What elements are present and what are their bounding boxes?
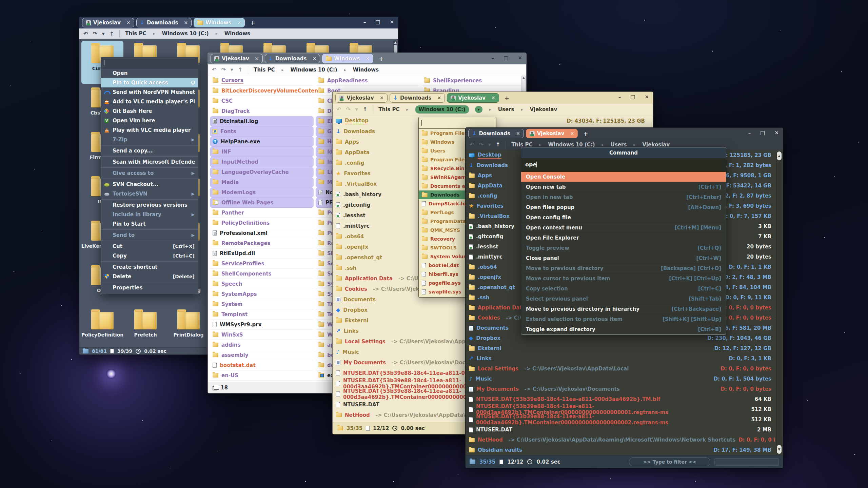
new-tab-button[interactable]: + (379, 56, 383, 62)
breadcrumb-windows-10-c-[interactable]: Windows 10 (C:) (162, 30, 209, 37)
file-row-addins[interactable]: addins (210, 340, 314, 350)
menu-item-cut[interactable]: Cut[Ctrl+X] (101, 242, 198, 251)
nav-back-icon[interactable]: ↶ (83, 30, 88, 37)
palette-item-select-previous-panel[interactable]: Select previous panel[Shift+Tab] (521, 294, 726, 304)
palette-item-close-panel[interactable]: Close panel[Ctrl+W] (521, 253, 726, 263)
close-tab-icon[interactable]: ✕ (516, 131, 520, 136)
tab-vjekoslav[interactable]: Vjekoslav✕ (526, 129, 578, 138)
menu-item-create-shortcut[interactable]: Create shortcut (101, 262, 198, 272)
file-row-assembly[interactable]: assembly (210, 350, 314, 360)
nav-history-icon[interactable]: ▾ (231, 66, 233, 73)
close-button[interactable]: ✕ (774, 130, 779, 136)
nav-forward-icon[interactable]: ↷ (479, 141, 483, 148)
menu-item-send-a-copy-[interactable]: Send a copy... (101, 146, 198, 156)
menu-item-open[interactable]: Open (101, 68, 198, 78)
breadcrumb-this-pc[interactable]: This PC (378, 106, 399, 113)
file-row-nethood[interactable]: NetHood-> C:\Users\Vjekoslav\AppData\Roa… (466, 435, 775, 445)
file-row-policydefinitions[interactable]: PolicyDefinitions (210, 218, 314, 228)
palette-item-move-to-previous-directory[interactable]: Move to previous directory[Backspace] [C… (521, 263, 726, 273)
file-row-ntuser-dat-53b39e88-18c4-11ea-a811-000d3[interactable]: NTUSER.DAT{53b39e88-18c4-11ea-a811-000d3… (466, 394, 775, 404)
close-tab-icon[interactable]: ✕ (126, 20, 131, 25)
tab-vjekoslav[interactable]: Vjekoslav✕ (447, 93, 499, 103)
tab-vjekoslav[interactable]: Vjekoslav✕ (82, 18, 134, 27)
new-tab-button[interactable]: + (505, 95, 509, 102)
file-row-diagtrack[interactable]: DiagTrack (210, 106, 314, 116)
breadcrumb-this-pc[interactable]: This PC (125, 30, 146, 37)
menu-item-give-access-to[interactable]: Give access to▶ (101, 168, 198, 178)
menu-item-open-vim-here[interactable]: Open Vim here (101, 116, 198, 125)
nav-forward-icon[interactable]: ↷ (221, 66, 225, 73)
close-tab-icon[interactable]: ✕ (437, 95, 441, 101)
menu-item-restore-previous-versions[interactable]: Restore previous versions (101, 200, 198, 210)
file-row-wmsyspr9-prx[interactable]: WMSysPr9.prx (210, 320, 314, 330)
close-button[interactable]: ✕ (390, 19, 394, 25)
icon-tile-printdialog[interactable]: PrintDialog (167, 307, 210, 347)
close-tab-icon[interactable]: ✕ (312, 56, 316, 61)
breadcrumb-users[interactable]: Users (498, 106, 514, 113)
palette-item-toggle-expand-directory[interactable]: Toggle expand directory[Ctrl+B] (521, 324, 726, 334)
file-row-music[interactable]: ♪MusicD: 0, F: 1, 504 bytes (466, 374, 775, 384)
nav-up-icon[interactable]: ↑ (238, 66, 242, 73)
breadcrumb-windows-10-c-[interactable]: Windows 10 (C:) (548, 142, 595, 148)
file-row-fonts[interactable]: AFonts (210, 126, 314, 137)
minimize-button[interactable]: – (748, 130, 751, 136)
menu-item-delete[interactable]: Delete[Delete] (101, 272, 198, 281)
file-row-system[interactable]: System (210, 299, 314, 309)
scroll-up-icon[interactable]: ▲ (393, 41, 397, 44)
file-row-shellcomponents[interactable]: ShellComponents (210, 269, 314, 279)
tab-downloads[interactable]: ↓Downloads✕ (265, 54, 320, 63)
close-tab-icon[interactable]: ✕ (255, 56, 259, 61)
file-row-local-settings[interactable]: Local Settings-> C:\Users\Vjekoslav\AppD… (466, 364, 775, 374)
vertical-scrollbar[interactable]: ▲ ▼ (776, 151, 782, 454)
nav-up-icon[interactable]: ↑ (110, 30, 114, 37)
menu-item-git-bash-here[interactable]: Git Bash Here (101, 106, 198, 116)
menu-item-include-in-library[interactable]: Include in library▶ (101, 210, 198, 219)
file-row-eksterni[interactable]: EksterniD: 12, F: 127, 12 GB (466, 343, 775, 353)
menu-item-add-to-vlc-media-player-s-playlist[interactable]: Add to VLC media player's Playlist (101, 97, 198, 106)
palette-item-open-files-popup[interactable]: Open files popup[Alt+Down] (521, 202, 726, 212)
file-row-ntuser-dat-53b39e88-18c4-11ea-a811-000d3[interactable]: NTUSER.DAT{53b39e88-18c4-11ea-a811-000d3… (466, 414, 775, 425)
nav-back-icon[interactable]: ↶ (337, 106, 341, 113)
maximize-button[interactable]: □ (760, 130, 765, 136)
popup-filter-input[interactable] (419, 117, 496, 129)
close-tab-icon[interactable]: ✕ (184, 20, 188, 25)
nav-up-icon[interactable]: ↑ (496, 141, 500, 148)
nav-forward-icon[interactable]: ↷ (346, 106, 350, 113)
maximize-button[interactable]: □ (504, 55, 508, 61)
file-row-winsxs[interactable]: WinSxS (210, 330, 314, 340)
file-row-cursors[interactable]: Cursors (210, 76, 314, 86)
menu-item-scan-with-microsoft-defender-[interactable]: Scan with Microsoft Defender... (101, 157, 198, 167)
close-button[interactable]: ✕ (518, 55, 522, 61)
nav-back-icon[interactable]: ↶ (470, 141, 474, 148)
file-row-professional-xml[interactable]: Professional.xml (210, 228, 314, 238)
tab-vjekoslav[interactable]: Vjekoslav✕ (211, 54, 263, 63)
tab-windows[interactable]: Windows✕ (322, 54, 373, 63)
breadcrumb-windows[interactable]: Windows (353, 67, 379, 73)
file-row-links[interactable]: ↗LinksD: 0, F: 3, 1 KB (466, 353, 775, 364)
status-filter-box[interactable] (714, 458, 779, 466)
type-to-filter-button[interactable]: >> Type to filter << (629, 458, 710, 466)
file-row-dtcinstall-log[interactable]: DtcInstall.log (210, 116, 314, 126)
nav-history-icon[interactable]: ▾ (355, 106, 358, 113)
menu-item-pin-to-start[interactable]: Pin to Start (101, 219, 198, 229)
close-tab-icon[interactable]: ✕ (237, 20, 241, 25)
file-row-my-documents[interactable]: My Documents-> C:\Users\Vjekoslav\Docume… (466, 384, 775, 394)
breadcrumb-windows-10-c-[interactable]: Windows 10 (C:) (291, 67, 337, 73)
file-row-bitlockerdiscoveryvolumecontents[interactable]: BitLockerDiscoveryVolumeContents (210, 86, 314, 96)
palette-item-move-cursor-to-previous-item[interactable]: Move cursor to previous item[Ctrl+K] [Ct… (521, 273, 726, 284)
icon-tile-policydefinitions[interactable]: PolicyDefinitions (81, 307, 123, 347)
tab-downloads[interactable]: ↓Downloads✕ (136, 18, 192, 27)
minimize-button[interactable]: – (363, 19, 366, 25)
minimize-button[interactable]: – (492, 55, 494, 61)
menu-item-properties[interactable]: Properties (101, 283, 198, 292)
palette-item-open-in-new-tab[interactable]: Open in new tab[Ctrl+Enter] (521, 192, 726, 202)
close-tab-icon[interactable]: ✕ (570, 131, 574, 136)
menu-item-svn-checkout-[interactable]: SVN Checkout... (101, 180, 198, 189)
file-row-shellexperiences[interactable]: ShellExperiences (421, 76, 521, 86)
breadcrumb-this-pc[interactable]: This PC (511, 142, 532, 148)
file-row-inf[interactable]: INF (210, 147, 314, 157)
file-row-bootstat-dat[interactable]: bootstat.dat (210, 360, 314, 370)
minimize-button[interactable]: – (618, 94, 621, 100)
tab-downloads[interactable]: ↓Downloads✕ (468, 129, 524, 138)
menu-item-copy[interactable]: Copy[Ctrl+C] (101, 251, 198, 261)
